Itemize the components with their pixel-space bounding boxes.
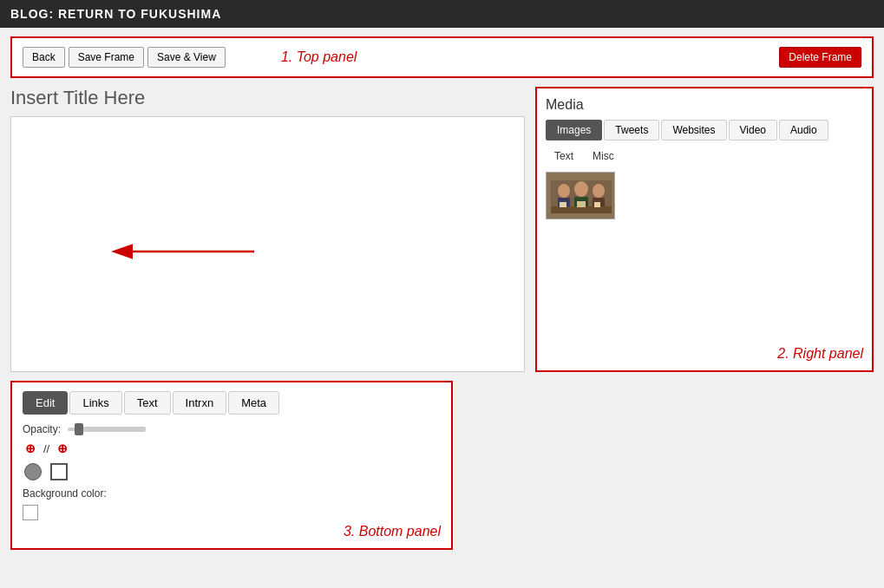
top-panel-label: 1. Top panel — [281, 49, 357, 65]
save-frame-button[interactable]: Save Frame — [69, 47, 144, 68]
right-panel-label: 2. Right panel — [546, 346, 863, 362]
media-panel-title: Media — [546, 97, 863, 113]
back-button[interactable]: Back — [23, 47, 65, 68]
top-panel-left-buttons: Back Save Frame Save & View 1. Top panel — [23, 47, 357, 68]
separator-text: // — [43, 442, 49, 455]
tab-edit[interactable]: Edit — [23, 391, 68, 415]
tab-links[interactable]: Links — [69, 391, 121, 415]
svg-point-4 — [558, 184, 570, 198]
svg-rect-13 — [594, 202, 600, 207]
thumbnail-svg — [547, 172, 614, 219]
circle-icon — [24, 463, 42, 480]
svg-point-8 — [593, 184, 605, 198]
media-tab-audio[interactable]: Audio — [779, 120, 828, 140]
add-icon[interactable]: ⊕ — [23, 441, 38, 456]
canvas-area[interactable] — [10, 116, 525, 372]
media-image-thumbnail[interactable] — [546, 172, 615, 219]
tab-meta[interactable]: Meta — [228, 391, 279, 415]
background-color-row: Background color: — [23, 487, 441, 500]
tab-text[interactable]: Text — [124, 391, 171, 415]
svg-rect-10 — [551, 206, 612, 213]
bottom-panel: Edit Links Text Intrxn Meta Opacity: ⊕ /… — [10, 381, 453, 550]
frame-title[interactable]: Insert Title Here — [10, 87, 525, 109]
bottom-panel-content: Opacity: ⊕ // ⊕ — [23, 423, 441, 520]
media-tab-tweets[interactable]: Tweets — [604, 120, 659, 140]
rect-icon — [50, 463, 68, 480]
opacity-slider-track[interactable] — [68, 428, 146, 431]
circle-shape-button[interactable] — [23, 461, 43, 482]
header-bar: BLOG: RETURN TO FUKUSHIMA — [0, 0, 884, 28]
right-panel: Media Images Tweets Websites Video Audio… — [535, 87, 874, 372]
site-title: BLOG: RETURN TO FUKUSHIMA — [10, 7, 221, 21]
main-area: Back Save Frame Save & View 1. Top panel… — [0, 28, 884, 559]
bg-color-swatch[interactable] — [23, 505, 38, 520]
media-tabs-row2: Text Misc — [546, 147, 863, 165]
rect-shape-button[interactable] — [49, 461, 69, 482]
media-tab-text[interactable]: Text — [546, 147, 582, 165]
media-tab-misc[interactable]: Misc — [584, 147, 623, 165]
middle-section: Insert Title Here Media Images Tweets — [10, 87, 874, 372]
shape-buttons-row — [23, 461, 441, 482]
bottom-panel-tabs: Edit Links Text Intrxn Meta — [23, 391, 441, 415]
top-panel: Back Save Frame Save & View 1. Top panel… — [10, 36, 874, 78]
save-view-button[interactable]: Save & View — [147, 47, 226, 68]
tab-intrxn[interactable]: Intrxn — [173, 391, 227, 415]
opacity-label: Opacity: — [23, 423, 61, 435]
bottom-panel-label: 3. Bottom panel — [23, 524, 441, 539]
media-tabs-row1: Images Tweets Websites Video Audio — [546, 120, 863, 140]
opacity-slider-thumb[interactable] — [75, 423, 83, 435]
svg-rect-11 — [560, 202, 566, 207]
media-tab-websites[interactable]: Websites — [661, 120, 726, 140]
controls-row: ⊕ // ⊕ — [23, 441, 441, 456]
opacity-row: Opacity: — [23, 423, 441, 435]
canvas-arrow — [11, 117, 524, 371]
media-tab-images[interactable]: Images — [546, 120, 602, 140]
delete-frame-button[interactable]: Delete Frame — [779, 47, 861, 68]
svg-rect-12 — [577, 201, 586, 207]
svg-point-6 — [574, 181, 588, 197]
expand-icon[interactable]: ⊕ — [55, 441, 70, 456]
left-column: Insert Title Here — [10, 87, 525, 372]
bg-color-label: Background color: — [23, 487, 107, 500]
media-tab-video[interactable]: Video — [729, 120, 777, 140]
bg-color-swatch-row — [23, 505, 441, 520]
